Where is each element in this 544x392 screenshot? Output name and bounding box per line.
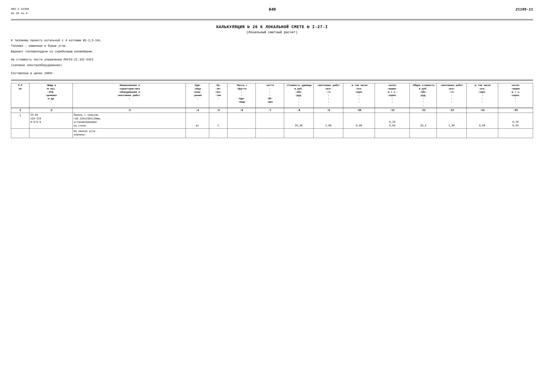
table-top-divider: [11, 80, 533, 80]
cell-mont-osn: 0,66: [343, 113, 375, 128]
col-num-13: :I3: [437, 108, 466, 113]
cell-mass-n: [255, 113, 284, 128]
cell-num-empty: [11, 128, 30, 138]
col-header-mont-all: :монтажных работ :все- :го : : :: [313, 83, 343, 108]
col-header-total-mont-expl: :экспл. :машин :в т.ч. :зарпл. : :: [498, 83, 533, 108]
title-section: КАЛЬКУЛЯЦИЯ № 26 К ЛОКАЛЬНОЙ СМЕТЕ № I-2…: [11, 25, 533, 34]
description-block: К типовому проекту котельной с 4 котлами…: [11, 38, 533, 76]
cell-me-empty: [375, 128, 410, 138]
cell-mont-expl: 0,I6 0,03: [375, 113, 410, 128]
col-header-mass-brutto: :Масса,т :брутто : : :Еди- :ницы: [227, 83, 256, 108]
cell-mn-empty: [255, 128, 284, 138]
col-header-shifer: :Шифр и :№ поз. :УСН, :ценника :и др. :: [30, 83, 73, 108]
cell-obo: IO,40: [284, 113, 313, 128]
page-header: 903-I-22356 Ал.16 кн.4 646 21195-11: [11, 7, 533, 16]
table-header-row: Л.Рпп :Шифр и :№ поз. :УСН, :ценника :и …: [11, 83, 533, 108]
cell-unit-empty: [186, 128, 209, 138]
cell-mo-empty: [343, 128, 375, 138]
desc-line1: К типовому проекту котельной с 4 котлами…: [11, 38, 533, 43]
col-num-9: :9: [313, 108, 343, 113]
col-num-14: :I4: [466, 108, 498, 113]
col-num-3: :3: [73, 108, 186, 113]
cell-kol-empty: [209, 128, 227, 138]
doc-index: 21195-11: [515, 7, 533, 12]
cell-shifer: I5-04 пI8-II9 8-573-6: [30, 113, 73, 128]
cell-num: I: [11, 113, 30, 128]
desc-line3: Вариант топливоподачи со скребковым конв…: [11, 49, 533, 54]
table-row: На панели уста- новлены:: [11, 128, 533, 138]
header-left: 903-I-22356 Ал.16 кн.4: [11, 7, 29, 16]
col-header-name: :Наименование и :характеристика :оборудо…: [73, 83, 186, 108]
col-num-1: I: [11, 108, 30, 113]
col-num-5: :5: [209, 108, 227, 113]
table-column-numbers-row: I :2 :3 :4 :5 :6 :7 :8 :9 :IO :II :I2 :I…: [11, 108, 533, 113]
col-num-7: :7: [255, 108, 284, 113]
main-title: КАЛЬКУЛЯЦИЯ № 26 К ЛОКАЛЬНОЙ СМЕТЕ № I-2…: [11, 25, 533, 29]
cell-shifer-empty: [30, 128, 73, 138]
col-header-total-mont-all: :монтажных работ :все- :го : : :: [437, 83, 466, 108]
desc-line5: Составлена в ценах 1984г.: [11, 71, 533, 76]
col-header-num: Л.Рпп: [11, 83, 30, 108]
cell-name: Панель с кожухом габ.220х230х126мм, уста…: [73, 113, 186, 128]
col-num-2: :2: [30, 108, 73, 113]
table-row: I I5-04 пI8-II9 8-573-6 Панель с кожухом…: [11, 113, 533, 128]
desc-line4-2: (силовое электрооборудование): [11, 63, 533, 68]
col-num-11: :II: [375, 108, 410, 113]
cell-to-empty: [410, 128, 437, 138]
main-table: Л.Рпп :Шифр и :№ поз. :УСН, :ценника :и …: [11, 83, 533, 138]
col-header-total-obo: :Общая стоимость в руб. :обо- :руд. : : …: [410, 83, 437, 108]
col-header-cost-unit-obo: :Стоимость единицы в руб. :обо- :руд. : …: [284, 83, 313, 108]
desc-line2: Топливо – каменные и бурые угли.: [11, 43, 533, 49]
col-num-6: :6: [227, 108, 256, 113]
cell-mont-all: I,08: [313, 113, 343, 128]
cell-kol: I: [209, 113, 227, 128]
col-num-12: :I2: [410, 108, 437, 113]
doc-number-line1: 903-I-22356: [11, 7, 29, 12]
cell-unit: шт: [186, 113, 209, 128]
col-num-8: :8: [284, 108, 313, 113]
col-header-total-mont-osn: :в том числе :осн. :зарп. : : :: [466, 83, 498, 108]
cell-total-mont-osn: 0,66: [466, 113, 498, 128]
cell-tmo-empty: [466, 128, 498, 138]
cell-obo-empty: [284, 128, 313, 138]
desc-line4-1: На стоимость поста управления ПКУI5-2I.3…: [11, 57, 533, 62]
cell-mass-b: [227, 113, 256, 128]
col-num-4: :4: [186, 108, 209, 113]
doc-number-line2: Ал.16 кн.4: [11, 12, 29, 16]
header-divider: [11, 19, 533, 19]
subtitle: (Локальный сметный расчет): [11, 30, 533, 34]
col-header-unit: :Еди- :ница :изме- :рения :: [186, 83, 209, 108]
cell-total-mont-all: I,08: [437, 113, 466, 128]
col-num-15: :I5: [498, 108, 533, 113]
cell-total-obo: IO,4: [410, 113, 437, 128]
col-header-mass-netto: :нетто : : : :Об- :щая: [255, 83, 284, 108]
col-num-10: :IO: [343, 108, 375, 113]
page-number: 646: [29, 7, 515, 12]
cell-total-mont-expl: 0,I6 0,03: [498, 113, 533, 128]
cell-tme-empty: [498, 128, 533, 138]
col-header-mont-expl: :экспл. :машин: :в т.ч.: :зарпл. : :: [375, 83, 410, 108]
cell-ma-empty: [313, 128, 343, 138]
cell-tma-empty: [437, 128, 466, 138]
cell-mb-empty: [227, 128, 256, 138]
col-header-kol: :Ко- :ли- :чес- :тво :: [209, 83, 227, 108]
cell-name-note: На панели уста- новлены:: [73, 128, 186, 138]
col-header-mont-osn: :в том числе :осн. :зарп. : : :: [343, 83, 375, 108]
